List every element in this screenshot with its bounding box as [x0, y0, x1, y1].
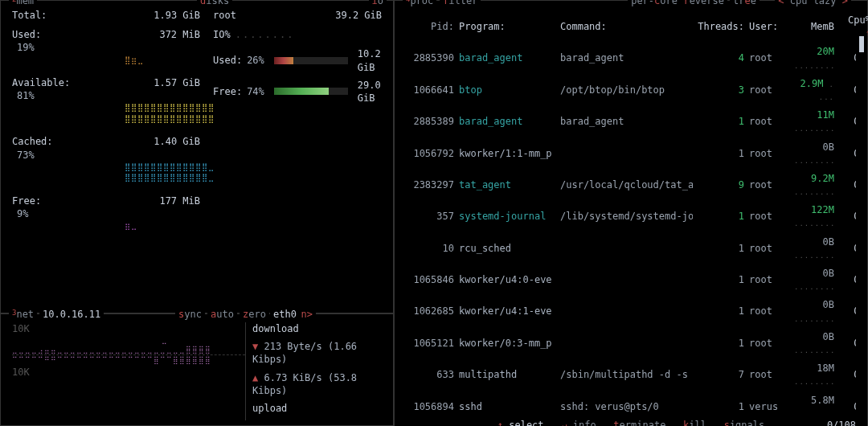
- proc-row[interactable]: 1065121kworker/0:3-mm_p1root0B ........0…: [406, 330, 856, 356]
- proc-panel: 4proc filter per-core reverse tree < cpu…: [394, 0, 868, 426]
- proc-program: sshd: [459, 400, 555, 413]
- proc-pid: 1065846: [406, 273, 454, 286]
- proc-user: root: [749, 147, 789, 160]
- proc-row[interactable]: 1062685kworker/u4:1-eve1root0B ........0…: [406, 298, 856, 324]
- mem-free-pct: 9%: [12, 207, 205, 220]
- net-download-graph: ⣀ ⣀⣀⣀⣀⣠⣤⣤⣀⣀⣀⣀⣀⣀⣀⣀⣀⣀⣀⣀⣀⣀⣀⣀⣀⣀⣀⣀⣿⣿⣿⣿: [12, 335, 245, 354]
- footer-select[interactable]: select: [509, 420, 543, 426]
- footer-signals[interactable]: signals: [724, 420, 765, 426]
- opt-per-core[interactable]: per-core: [628, 0, 681, 7]
- proc-user: root: [749, 368, 789, 381]
- hdr-program[interactable]: Program:: [459, 20, 555, 33]
- proc-body[interactable]: 2885390barad_agentbarad_agent4root20M ..…: [406, 39, 856, 414]
- proc-mem: 0B ........: [794, 267, 834, 293]
- net-download-label: download: [252, 322, 382, 335]
- hdr-user[interactable]: User:: [749, 20, 789, 33]
- proc-command: barad_agent: [560, 115, 693, 128]
- disk-used-label: Used:: [213, 54, 242, 67]
- proc-threads: 4: [698, 51, 744, 64]
- mem-total-value: 1.93 GiB: [154, 9, 200, 22]
- mem-used-value: 372 MiB: [159, 28, 200, 41]
- proc-pid: 1056894: [406, 400, 454, 413]
- proc-threads: 3: [698, 84, 744, 96]
- proc-threads: 1: [698, 210, 744, 223]
- proc-row[interactable]: 2885390barad_agentbarad_agent4root20M ..…: [406, 45, 856, 71]
- proc-program: kworker/u4:0-eve: [459, 273, 555, 286]
- proc-mem: 5.8M ........: [794, 394, 834, 415]
- opt-tree[interactable]: tree: [730, 0, 760, 7]
- mem-used-pct: 19%: [12, 41, 205, 54]
- proc-command: /lib/systemd/systemd-jo: [560, 210, 693, 223]
- proc-row[interactable]: 1065846kworker/u4:0-eve1root0B ........0…: [406, 267, 856, 293]
- net-scale-top: 10K: [12, 322, 245, 335]
- opt-sync[interactable]: sync: [175, 308, 205, 321]
- mem-avail-bar: ⣿⣿⣿⣿⣿⣿⣿⣿⣿⣿⣿⣿⣿⣿ ⣿⣿⣿⣿⣿⣿⣿⣿⣿⣿⣿⣿⣿⣿: [12, 102, 205, 124]
- proc-pid: 633: [406, 368, 454, 381]
- proc-header: Pid: Program: Command: Threads: User: Me…: [406, 14, 856, 39]
- proc-cpu: 0.0: [839, 305, 856, 317]
- mem-free-label: Free:: [12, 195, 41, 207]
- up-arrow-icon: ▲: [252, 372, 258, 383]
- net-upload-label: upload: [252, 402, 382, 415]
- proc-cpu: 0.0: [839, 51, 856, 64]
- proc-pid: 2383297: [406, 178, 454, 191]
- proc-row[interactable]: 1056792kworker/1:1-mm_p1root0B ........0…: [406, 141, 856, 166]
- proc-row[interactable]: 2885389barad_agentbarad_agent1root11M ..…: [406, 109, 856, 134]
- proc-pid: 1062685: [406, 305, 454, 317]
- proc-row[interactable]: 633multipathd/sbin/multipathd -d -s7root…: [406, 362, 856, 387]
- net-upload-graph: ⠉⠉⠉⠉⠉⠛⠛⠉⠉⠉⠉⠉⠉⠉⠉⠉⠉⠉⠉⠉⠉⠉⣿⠉⠉⣿⣿⣿⣿⣿⣿: [12, 355, 245, 365]
- proc-mem: 20M ........: [794, 45, 834, 71]
- footer-info[interactable]: info: [573, 420, 596, 426]
- proc-threads: 1: [698, 115, 744, 128]
- footer-terminate[interactable]: terminate: [613, 420, 665, 426]
- hdr-pid[interactable]: Pid:: [406, 20, 454, 33]
- proc-row[interactable]: 357systemd-journal/lib/systemd/systemd-j…: [406, 203, 856, 229]
- mem-block: Total:1.93 GiB Used:372 MiB 19% ⣿⣶⣀ Avai…: [12, 9, 205, 308]
- proc-program: rcu_sched: [459, 242, 555, 255]
- proc-command: barad_agent: [560, 51, 693, 64]
- hdr-command[interactable]: Command:: [560, 20, 693, 33]
- proc-threads: 1: [698, 305, 744, 317]
- proc-counter: 0/108: [827, 419, 856, 426]
- opt-cpu-lazy[interactable]: < cpu lazy >: [775, 0, 851, 7]
- proc-row[interactable]: 2383297tat_agent/usr/local/qcloud/tat_a9…: [406, 172, 856, 198]
- proc-mem: 0B ........: [794, 236, 834, 261]
- hdr-threads[interactable]: Threads:: [698, 20, 744, 33]
- footer-kill[interactable]: kill: [683, 420, 706, 426]
- opt-reverse[interactable]: reverse: [680, 0, 727, 7]
- proc-cpu: 0.0: [839, 337, 856, 350]
- proc-row[interactable]: 10rcu_sched1root0B ........0.0: [406, 236, 856, 261]
- disk-io-spark: ........: [235, 28, 295, 41]
- opt-iface[interactable]: eth0: [270, 308, 300, 321]
- opt-zero[interactable]: zero: [240, 308, 269, 321]
- proc-mem: 0B ........: [794, 141, 834, 166]
- disks-title[interactable]: disks: [197, 0, 232, 7]
- proc-threads: 1: [698, 400, 744, 413]
- proc-footer: ↑ select ↵ info terminate kill signals 0…: [395, 419, 867, 426]
- proc-user: root: [749, 305, 789, 317]
- disk-free-value: 29.0 GiB: [358, 79, 382, 104]
- proc-user: root: [749, 273, 789, 286]
- opt-auto[interactable]: auto: [207, 308, 237, 321]
- filter-title[interactable]: filter: [440, 0, 481, 7]
- mem-avail-label: Available:: [12, 76, 70, 89]
- proc-pid: 1065121: [406, 337, 454, 350]
- mem-used-bar: ⣿⣶⣀: [12, 55, 205, 66]
- proc-row[interactable]: 1056894sshdsshd: verus@pts/01verus5.8M .…: [406, 394, 856, 415]
- proc-row[interactable]: 1066641btop/opt/btop/bin/btop3root2.9M .…: [406, 77, 856, 103]
- hdr-mem[interactable]: MemB: [794, 20, 834, 33]
- proc-program: tat_agent: [459, 178, 555, 191]
- proc-pid: 1056792: [406, 147, 454, 160]
- proc-scroll-thumb[interactable]: [859, 36, 864, 52]
- proc-mem: 122M ........: [794, 203, 834, 229]
- io-title[interactable]: io: [369, 0, 387, 7]
- mem-free-value: 177 MiB: [159, 195, 200, 207]
- proc-user: root: [749, 51, 789, 64]
- proc-command: sshd: verus@pts/0: [560, 400, 693, 413]
- mem-total-label: Total:: [12, 9, 47, 22]
- proc-cpu: 0.0: [839, 400, 856, 413]
- opt-iface-next[interactable]: n>: [298, 308, 316, 321]
- net-panel: 3net 10.0.16.11 sync auto zero <b eth0 n…: [0, 313, 394, 426]
- down-arrow-icon: ▼: [252, 341, 258, 352]
- proc-program: barad_agent: [459, 115, 555, 128]
